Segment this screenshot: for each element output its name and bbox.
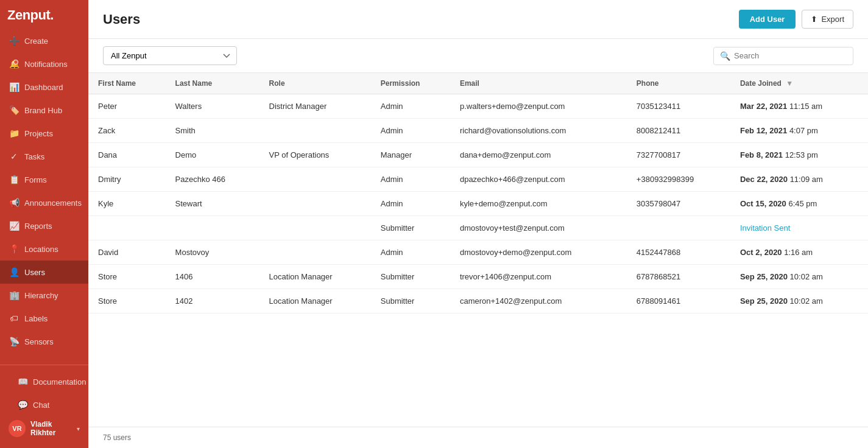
cell-first_name: Zack [88,119,166,143]
users-icon: 👤 [9,267,19,278]
chat-icon: 💬 [17,399,28,410]
cell-email: cameron+1402@zenput.com [450,289,627,313]
locations-icon: 📍 [9,243,19,254]
sidebar-item-hierarchy[interactable]: 🏢Hierarchy [0,284,88,307]
sidebar-item-forms[interactable]: 📋Forms [0,168,88,191]
cell-date-joined: Mar 22, 2021 11:15 am [730,94,868,119]
col-first-name: First Name [88,73,166,94]
sidebar-item-tasks[interactable]: ✓Tasks [0,145,88,168]
cell-date-joined: Invitation Sent [730,216,868,240]
add-user-button[interactable]: Add User [739,10,796,29]
hierarchy-icon: 🏢 [9,290,19,301]
cell-email: p.walters+demo@zenput.com [450,94,627,119]
sidebar-item-chat-label: Chat [33,401,49,410]
cell-date-joined: Sep 25, 2020 10:02 am [730,265,868,289]
cell-phone: 6787868521 [627,265,730,289]
sidebar-item-chat[interactable]: 💬 Chat [9,393,80,416]
cell-phone: 7035123411 [627,94,730,119]
cell-first_name: Store [88,289,166,313]
tasks-icon: ✓ [9,151,19,162]
table-row: Submitterdmostovoy+test@zenput.comInvita… [88,216,868,240]
cell-email: trevor+1406@zenput.com [450,265,627,289]
sidebar-item-announcements[interactable]: 📢Announcements [0,191,88,214]
sidebar-item-brand-hub[interactable]: 🏷️Brand Hub [0,99,88,122]
sidebar-item-create[interactable]: ➕Create [0,29,88,52]
sidebar-item-documentation[interactable]: 📖 Documentation [9,370,80,393]
table-body: PeterWaltersDistrict ManagerAdminp.walte… [88,94,868,313]
sidebar-item-dashboard[interactable]: 📊Dashboard [0,75,88,99]
cell-last_name [166,216,259,240]
cell-role [259,240,371,265]
sidebar-item-announcements-label: Announcements [24,198,82,208]
cell-phone: 8008212411 [627,119,730,143]
cell-last_name: Pazechko 466 [166,167,259,192]
table-row: DavidMostovoyAdmindmostovoy+demo@zenput.… [88,240,868,265]
forms-icon: 📋 [9,174,19,185]
cell-last_name: Walters [166,94,259,119]
sidebar-item-hierarchy-label: Hierarchy [24,291,58,300]
sidebar-item-users[interactable]: 👤Users [0,261,88,284]
cell-email: richard@ovationsolutions.com [450,119,627,143]
cell-date-joined: Oct 15, 2020 6:45 pm [730,192,868,216]
col-last-name: Last Name [166,73,259,94]
sidebar-item-sensors-label: Sensors [24,337,54,346]
export-button[interactable]: ⬆ Export [802,10,853,29]
sidebar: Zenput. ➕Create🔔Notifications📊Dashboard🏷… [0,0,88,448]
sensors-icon: 📡 [9,336,19,347]
sidebar-item-projects[interactable]: 📁Projects [0,122,88,145]
cell-permission: Admin [371,167,450,192]
sidebar-nav: ➕Create🔔Notifications📊Dashboard🏷️Brand H… [0,29,88,365]
dashboard-icon: 📊 [9,82,19,93]
table-row: Store1402Location ManagerSubmittercamero… [88,289,868,313]
page-title: Users [103,12,140,27]
cell-first_name: Dmitry [88,167,166,192]
users-table-container: First Name Last Name Role Permission Ema… [88,73,868,427]
sidebar-footer: 📖 Documentation 💬 Chat VR Vladik Rikhter… [0,365,88,448]
cell-phone: +380932998399 [627,167,730,192]
sidebar-item-documentation-label: Documentation [33,377,86,387]
search-box: 🔍 [713,47,853,65]
notification-badge [13,60,18,65]
table-row: PeterWaltersDistrict ManagerAdminp.walte… [88,94,868,119]
invitation-sent-link[interactable]: Invitation Sent [740,223,790,233]
cell-phone: 6788091461 [627,289,730,313]
create-icon: ➕ [9,35,19,46]
sidebar-item-forms-label: Forms [24,175,47,184]
sidebar-item-reports[interactable]: 📈Reports [0,214,88,237]
user-info: Vladik Rikhter [30,420,72,437]
app-logo: Zenput. [0,0,88,29]
cell-date-joined: Feb 12, 2021 4:07 pm [730,119,868,143]
cell-permission: Submitter [371,216,450,240]
filter-select[interactable]: All ZenputActiveInactive [103,46,237,65]
sidebar-item-labels[interactable]: 🏷Labels [0,307,88,330]
sort-icon: ▼ [786,79,793,88]
cell-email: dmostovoy+test@zenput.com [450,216,627,240]
cell-last_name: Mostovoy [166,240,259,265]
table-row: Store1406Location ManagerSubmittertrevor… [88,265,868,289]
sidebar-item-notifications[interactable]: 🔔Notifications [0,52,88,75]
cell-phone: 3035798047 [627,192,730,216]
cell-role [259,167,371,192]
sidebar-item-locations[interactable]: 📍Locations [0,237,88,261]
cell-permission: Submitter [371,289,450,313]
header-row: First Name Last Name Role Permission Ema… [88,73,868,94]
table-row: KyleStewartAdminkyle+demo@zenput.com3035… [88,192,868,216]
cell-last_name: 1402 [166,289,259,313]
sidebar-item-sensors[interactable]: 📡Sensors [0,330,88,353]
sidebar-item-dashboard-label: Dashboard [24,83,63,92]
brand-hub-icon: 🏷️ [9,105,19,116]
user-profile[interactable]: VR Vladik Rikhter ▾ [9,416,80,441]
col-email: Email [450,73,627,94]
col-date-joined[interactable]: Date Joined ▼ [730,73,868,94]
sidebar-item-users-label: Users [24,268,45,277]
cell-first_name: Dana [88,143,166,167]
cell-phone: 4152447868 [627,240,730,265]
avatar: VR [9,420,26,437]
page-header: Users Add User ⬆ Export [88,0,868,39]
col-role: Role [259,73,371,94]
sidebar-item-reports-label: Reports [24,222,52,231]
cell-permission: Admin [371,94,450,119]
sidebar-item-projects-label: Projects [24,129,53,138]
search-input[interactable] [734,51,847,60]
announcements-icon: 📢 [9,197,19,208]
